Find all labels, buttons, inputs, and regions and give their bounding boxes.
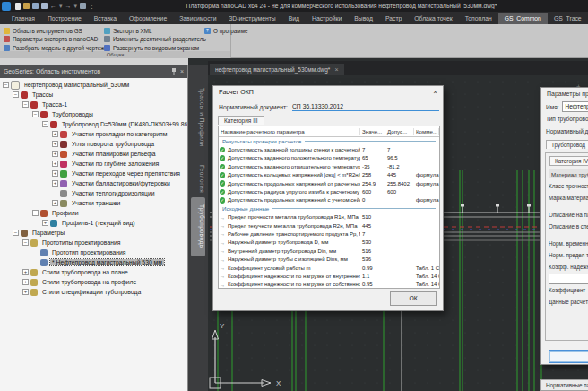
expand-icon[interactable]: + [52,200,58,206]
export-xml-button[interactable]: Экспорт в XML [104,26,151,35]
document-tab[interactable]: нефтепровод магистральный_530мм.dwg* × [210,64,344,75]
tree-item[interactable]: −нефтепровод магистральный_530мм [0,80,187,90]
vertical-tab-Геология[interactable]: Геология [191,158,205,201]
table-row[interactable]: ✓Допустимость продольных напряжений с уч… [219,196,439,204]
about-button[interactable]: ?О программе [204,26,248,35]
new-file-icon[interactable] [15,3,21,10]
tree-item[interactable]: +Участки балластировки/футеровки [0,178,187,188]
expand-icon[interactable]: + [52,131,58,137]
expand-icon[interactable]: + [22,279,29,285]
ribbon-tab-GS_Trace[interactable]: GS_Trace [548,13,588,24]
tree-item[interactable]: +Участки прокладки по категориям [0,129,187,139]
ribbon-tab-3D-инструменты[interactable]: 3D-инструменты [222,13,281,24]
expand-icon[interactable]: + [52,170,58,177]
expand-icon[interactable]: + [52,151,58,157]
ribbon-tab-Построение[interactable]: Построение [41,13,88,24]
ok-button[interactable]: ОК [390,291,437,306]
tree-item[interactable]: −Участки теплогидроизоляции [0,188,187,198]
table-row[interactable]: →Рабочее давление транспортируемого прод… [219,230,439,238]
tree-item[interactable]: −Прототипы проектирования [0,238,187,248]
tree-item[interactable]: −Трубопроводы [0,109,187,119]
collapse-icon[interactable]: − [32,210,39,216]
collapse-icon[interactable]: − [22,101,29,108]
tree-item[interactable]: −Трубопровод D=530мм (ПК480-ПК503+99.86) [0,119,187,129]
undo-dropdown-icon[interactable]: ▾ [59,2,63,10]
collapse-icon[interactable]: − [13,91,19,98]
panel-default-button[interactable] [549,350,588,363]
tree-item[interactable]: +Стили трубопровода на профиле [0,277,187,287]
export-params-button[interactable]: Параметры экспорта в nanoCAD [4,35,98,44]
tree-item[interactable]: +Углы поворота трубопровода [0,139,187,149]
normative-params-bar[interactable]: Нормативные параметры [540,379,588,391]
tree-item[interactable]: −Трасса-1 [0,100,187,109]
ribbon-tab-Облака точек[interactable]: Облака точек [408,13,458,24]
tree-item[interactable]: −Профили [0,208,187,218]
expand-icon[interactable]: + [52,180,58,187]
expand-icon[interactable]: + [52,161,58,167]
tree-item[interactable]: +Участки по глубине заложения [0,159,187,169]
tree-item[interactable]: +Стили спецификации тубопровода [0,287,187,297]
gs-toolspace-button[interactable]: Область инструментов GS [4,26,82,35]
dialog-title-bar[interactable]: Расчет ОКП × [213,86,443,98]
table-row[interactable]: ✓Допустимость заданной толщины стенки к … [219,145,439,153]
tab-category-iii[interactable]: Категория III [218,116,264,125]
table-row[interactable]: →Коэффициент надежности по нагрузке от с… [219,281,439,289]
explode-model-button[interactable]: Разобрать модель в другой чертеж [4,43,104,52]
ribbon-tab-Растр[interactable]: Растр [379,13,408,24]
tree-item[interactable]: −Трассы [0,90,187,100]
expand-icon[interactable]: + [52,141,58,147]
redo-dropdown-icon[interactable]: ▾ [74,2,78,10]
undo-icon[interactable]: ← [50,2,56,10]
tree-item[interactable]: +Участки планировки рельефа [0,149,187,159]
dialog-close-icon[interactable]: × [433,88,437,96]
expand-icon[interactable]: + [22,269,29,275]
ribbon-tab-Топоплан[interactable]: Топоплан [459,13,498,24]
print-icon[interactable] [80,3,86,9]
table-row[interactable]: →Коэффициент условий работы m0.99Табл. 1… [219,264,439,272]
vertical-tab-Трубопроводы[interactable]: Трубопроводы [191,197,205,256]
expand-icon[interactable]: + [22,289,29,295]
table-row[interactable]: →Предел текучести металла трубопровода R… [219,222,439,230]
ribbon-tab-Вывод[interactable]: Вывод [348,13,379,24]
collapse-icon[interactable]: − [42,121,48,127]
tree-item[interactable]: +Профиль-1 (текущий вид) [0,218,187,228]
document-tab-close-icon[interactable]: × [334,66,338,73]
collapse-icon[interactable]: − [22,239,29,246]
ribbon-tab-Настройки[interactable]: Настройки [306,13,348,24]
more-icon[interactable]: ⋮ [89,2,95,10]
decimal-separator-button[interactable]: Изменить десятичный разделитель [104,35,206,44]
table-row[interactable]: ✓Допустимость кольцевых напряжений |σкц|… [219,171,439,179]
redo-icon[interactable]: → [65,2,72,10]
table-row[interactable]: ✓Допустимость радиуса упругого изгиба к … [219,187,439,196]
table-row[interactable]: →Предел прочности металла трубопровода R… [219,213,439,222]
tree-item[interactable]: −Параметры [0,228,187,238]
name-input[interactable]: Нефтепровод [562,101,588,112]
expand-icon[interactable]: + [42,220,48,226]
tab-category-iv[interactable]: Категория IV [549,156,588,166]
tree-item[interactable]: +Участки переходов через препятствия [0,169,187,178]
calculation-table[interactable]: Название расчетного параметра Значе... Д… [218,126,440,289]
table-row[interactable]: ✓Допустимость заданного отрицательного т… [219,162,439,170]
pin-icon[interactable] [171,68,177,75]
ribbon-tab-Оформление[interactable]: Оформление [123,13,173,24]
expand-viewports-button[interactable]: Развернуть по видовым экранам [104,43,199,52]
ribbon-tab-GS_Common[interactable]: GS_Common [498,13,548,24]
ribbon-tab-Зависимости[interactable]: Зависимости [173,13,222,24]
table-row[interactable]: ✓Допустимость продольных напряжений от р… [219,179,439,187]
vertical-tab-Трассы и Профили[interactable]: Трассы и Профили [191,81,205,154]
table-row[interactable]: ✓Допустимость заданного положительного т… [219,154,439,162]
close-panel-icon[interactable]: × [180,68,184,74]
tree-item[interactable]: −Прототип проектирования [0,248,187,257]
ribbon-tab-Главная[interactable]: Главная [5,13,41,24]
material-input[interactable] [549,274,588,284]
table-row[interactable]: →Наружный диаметр трубопровода D, мм530 [219,239,439,247]
normative-doc-input[interactable]: СП 36.13330.2012 [292,102,439,111]
table-row[interactable]: →Коэффициент надежности по нагрузке от в… [219,272,439,280]
tree-item[interactable]: −* Нефтепровод магистральный 530 мм [0,257,187,267]
table-row[interactable]: →Внутренний диаметр трубопровода Din, мм… [219,247,439,255]
save-as-icon[interactable] [41,3,48,9]
panel-tab-Трубопровод[interactable]: Трубопровод [546,140,588,149]
open-icon[interactable] [23,3,30,9]
collapse-icon[interactable]: − [32,111,39,117]
collapse-icon[interactable]: − [3,82,9,88]
